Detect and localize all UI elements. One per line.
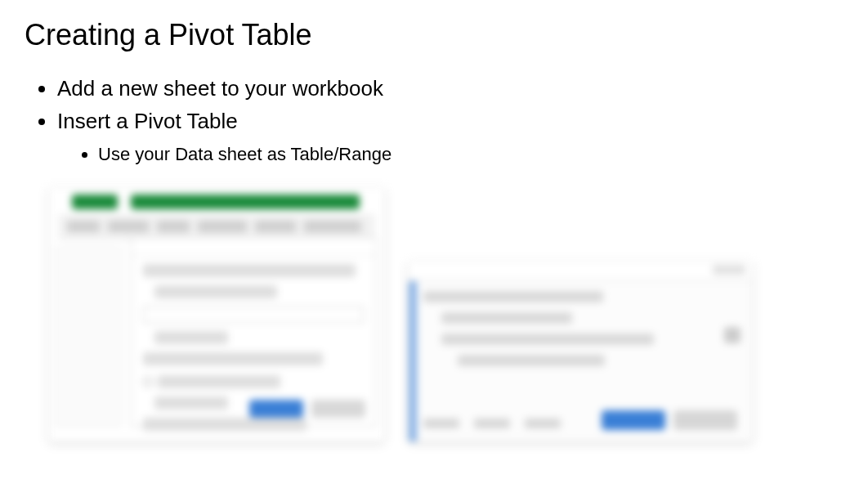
sub-bullet-list: Use your Data sheet as Table/Range — [57, 140, 843, 168]
images-row — [49, 188, 752, 441]
screenshot-excel-insert-pivot — [49, 188, 384, 441]
slide: Creating a Pivot Table Add a new sheet t… — [0, 0, 868, 488]
bullet-text: Insert a Pivot Table — [57, 109, 238, 133]
sub-bullet-item: Use your Data sheet as Table/Range — [98, 140, 843, 168]
create-pivottable-dialog — [131, 237, 376, 427]
ok-button — [602, 410, 665, 430]
screenshot-pivot-range-dialog — [409, 262, 752, 441]
bullet-list: Add a new sheet to your workbook Insert … — [25, 72, 843, 168]
bullet-item: Insert a Pivot Table Use your Data sheet… — [57, 105, 843, 168]
slide-title: Creating a Pivot Table — [25, 18, 843, 52]
bullet-item: Add a new sheet to your workbook — [57, 72, 843, 105]
cancel-button — [673, 410, 737, 430]
cancel-button — [311, 400, 365, 418]
ok-button — [249, 400, 303, 418]
